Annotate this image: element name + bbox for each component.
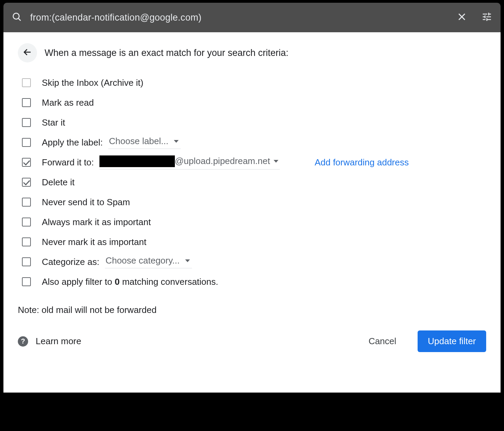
chevron-down-icon	[185, 259, 190, 262]
arrow-left-icon	[23, 47, 32, 58]
checkbox-also-apply[interactable]	[22, 277, 31, 286]
close-icon[interactable]	[457, 12, 467, 23]
select-choose-category-text: Choose category...	[106, 255, 180, 266]
checkbox-apply-label[interactable]	[22, 138, 31, 147]
label-never-important: Never mark it as important	[42, 237, 146, 247]
search-bar: from:(calendar-notification@google.com)	[3, 3, 501, 32]
filter-panel: When a message is an exact match for you…	[3, 32, 501, 393]
label-mark-read: Mark as read	[42, 97, 94, 108]
label-also-apply: Also apply filter to 0 matching conversa…	[42, 277, 218, 287]
redacted-prefix	[99, 155, 175, 167]
label-skip-inbox: Skip the Inbox (Archive it)	[42, 78, 143, 88]
checkbox-never-spam[interactable]	[22, 198, 31, 207]
learn-more-link[interactable]: Learn more	[36, 336, 81, 347]
checkbox-always-important[interactable]	[22, 218, 31, 226]
also-apply-prefix: Also apply filter to	[42, 277, 115, 287]
checkbox-forward[interactable]	[22, 158, 31, 167]
select-choose-category[interactable]: Choose category...	[105, 255, 192, 268]
label-always-important: Always mark it as important	[42, 217, 151, 228]
checkbox-never-important[interactable]	[22, 237, 31, 246]
label-star-it: Star it	[42, 117, 65, 128]
back-button[interactable]	[18, 43, 37, 62]
checkbox-star-it[interactable]	[22, 118, 31, 127]
chevron-down-icon	[174, 140, 179, 143]
svg-line-1	[19, 19, 21, 21]
also-apply-suffix: matching conversations.	[120, 277, 218, 287]
forward-email-suffix: @upload.pipedream.net	[175, 156, 270, 166]
checkbox-categorize[interactable]	[22, 257, 31, 266]
checkbox-skip-inbox[interactable]	[22, 78, 31, 87]
panel-title: When a message is an exact match for you…	[45, 48, 288, 58]
select-choose-label[interactable]: Choose label...	[108, 136, 181, 149]
label-delete-it: Delete it	[42, 177, 74, 188]
label-never-spam: Never send it to Spam	[42, 197, 130, 208]
search-icon	[12, 12, 22, 23]
label-apply-label: Apply the label:	[42, 137, 103, 148]
help-icon[interactable]: ?	[18, 336, 28, 347]
search-options-icon[interactable]	[481, 11, 492, 24]
update-filter-button[interactable]: Update filter	[418, 330, 486, 352]
note-text: Note: old mail will not be forwarded	[18, 305, 486, 315]
also-apply-count: 0	[115, 277, 119, 287]
chevron-down-icon	[274, 160, 278, 163]
checkbox-delete-it[interactable]	[22, 178, 31, 187]
label-forward: Forward it to:	[42, 157, 94, 168]
label-categorize: Categorize as:	[42, 257, 99, 267]
svg-point-0	[13, 13, 19, 19]
search-query[interactable]: from:(calendar-notification@google.com)	[30, 12, 448, 23]
select-choose-label-text: Choose label...	[109, 136, 168, 147]
select-forward-address[interactable]: @upload.pipedream.net	[99, 155, 280, 170]
checkbox-mark-read[interactable]	[22, 98, 31, 107]
add-forwarding-link[interactable]: Add forwarding address	[315, 157, 409, 168]
cancel-button[interactable]: Cancel	[362, 331, 403, 351]
